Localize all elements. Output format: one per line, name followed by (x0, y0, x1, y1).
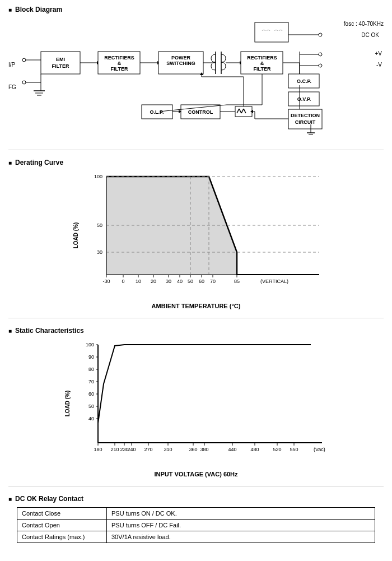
static-chart-svg: 100 90 80 70 60 50 40 (70, 339, 344, 468)
svg-point-8 (22, 81, 26, 84)
svg-text:&: & (260, 61, 264, 66)
svg-text:70: 70 (210, 279, 216, 284)
svg-text:100: 100 (86, 342, 94, 347)
svg-text:90: 90 (88, 354, 94, 360)
svg-text:50: 50 (88, 404, 94, 409)
svg-text:FILTER: FILTER (52, 63, 69, 69)
table-row: Contact Ratings (max.) 30V/1A resistive … (17, 531, 375, 543)
svg-text:240: 240 (127, 447, 136, 452)
svg-text:360: 360 (189, 447, 197, 452)
svg-text:(Vac): (Vac) (314, 447, 325, 452)
svg-text:O.L.P.: O.L.P. (150, 109, 164, 115)
svg-text:70: 70 (88, 379, 94, 384)
block-diagram-svg: ⌒⌒ ⌒⌒ EMI FILTER RECTIFIERS & FIL (14, 18, 378, 136)
svg-text:480: 480 (250, 447, 259, 452)
svg-text:30: 30 (166, 279, 171, 284)
svg-rect-0 (255, 22, 288, 42)
svg-text:FILTER: FILTER (111, 66, 128, 72)
svg-text:RECTIFIERS: RECTIFIERS (247, 55, 277, 61)
dc-ok-relay-section: DC OK Relay Contact Contact Close PSU tu… (0, 489, 392, 551)
static-char-title: Static Characteristics (8, 327, 384, 335)
block-diagram-area: fosc : 40-70KHz DC OK I/P FG +V -V ⌒⌒ ⌒⌒… (8, 18, 384, 141)
relay-row-3-value: 30V/1A resistive load. (107, 531, 375, 543)
svg-text:O.C.P.: O.C.P. (297, 78, 311, 84)
relay-row-1-value: PSU turns ON / DC OK. (107, 508, 375, 520)
static-chart-wrapper: LOAD (%) 100 90 80 (53, 339, 339, 468)
svg-text:POWER: POWER (171, 55, 191, 61)
svg-text:50: 50 (97, 222, 102, 228)
relay-row-2-label: Contact Open (17, 520, 107, 531)
dc-ok-relay-title: DC OK Relay Contact (8, 495, 384, 503)
svg-text:DETECTION: DETECTION (291, 113, 320, 118)
svg-point-3 (22, 58, 26, 62)
svg-rect-5 (41, 52, 80, 74)
svg-text:380: 380 (200, 447, 208, 452)
static-char-section: Static Characteristics LOAD (%) 100 90 (0, 321, 392, 483)
svg-text:210: 210 (110, 447, 119, 452)
divider-2 (8, 318, 384, 318)
svg-text:270: 270 (144, 447, 152, 452)
svg-text:⌒⌒: ⌒⌒ (262, 30, 270, 35)
static-x-axis-label: INPUT VOLTAGE (VAC) 60Hz (8, 471, 384, 477)
derating-chart-svg: 100 50 30 -30 0 10 20 (78, 171, 336, 300)
svg-text:50: 50 (188, 279, 193, 284)
divider-3 (8, 486, 384, 486)
derating-curve-section: Derating Curve LOAD (%) (0, 153, 392, 315)
block-diagram-section: Block Diagram fosc : 40-70KHz DC OK I/P … (0, 0, 392, 147)
static-chart-container: LOAD (%) 100 90 80 (8, 339, 384, 468)
svg-text:0: 0 (122, 279, 124, 284)
svg-text:60: 60 (199, 279, 204, 284)
svg-text:SWITCHING: SWITCHING (166, 61, 195, 66)
relay-row-1-label: Contact Close (17, 508, 107, 520)
svg-text:40: 40 (88, 416, 94, 421)
relay-row-3-label: Contact Ratings (max.) (17, 531, 107, 543)
relay-row-2-value: PSU turns OFF / DC Fail. (107, 520, 375, 531)
svg-text:(VERTICAL): (VERTICAL) (260, 279, 288, 284)
svg-text:310: 310 (164, 447, 172, 452)
svg-text:FILTER: FILTER (254, 66, 271, 72)
svg-text:10: 10 (136, 279, 141, 284)
svg-text:RECTIFIERS: RECTIFIERS (104, 55, 134, 61)
derating-x-axis-label: AMBIENT TEMPERATURE (°C) (8, 303, 384, 309)
svg-text:520: 520 (273, 447, 281, 452)
svg-text:60: 60 (88, 391, 94, 397)
svg-text:180: 180 (94, 447, 102, 452)
svg-text:&: & (118, 61, 122, 66)
svg-text:80: 80 (88, 367, 94, 372)
svg-text:CIRCUIT: CIRCUIT (295, 119, 316, 125)
svg-text:40: 40 (177, 279, 183, 284)
relay-contact-table: Contact Close PSU turns ON / DC OK. Cont… (17, 507, 375, 543)
svg-text:EMI: EMI (56, 57, 65, 62)
svg-text:85: 85 (234, 279, 240, 284)
derating-chart-container: LOAD (%) (8, 171, 384, 300)
svg-text:-30: -30 (102, 279, 110, 284)
block-diagram-title: Block Diagram (8, 6, 384, 13)
svg-text:100: 100 (94, 174, 102, 179)
derating-chart-wrapper: LOAD (%) (62, 171, 330, 300)
svg-text:550: 550 (290, 447, 298, 452)
svg-text:⌒⌒: ⌒⌒ (274, 30, 283, 35)
svg-text:O.V.P.: O.V.P. (297, 96, 311, 102)
svg-text:440: 440 (228, 447, 236, 452)
svg-text:CONTROL: CONTROL (188, 109, 213, 115)
table-row: Contact Close PSU turns ON / DC OK. (17, 508, 375, 520)
svg-text:30: 30 (97, 249, 102, 255)
derating-curve-title: Derating Curve (8, 159, 384, 166)
svg-text:20: 20 (151, 279, 156, 284)
table-row: Contact Open PSU turns OFF / DC Fail. (17, 520, 375, 531)
divider-1 (8, 150, 384, 150)
